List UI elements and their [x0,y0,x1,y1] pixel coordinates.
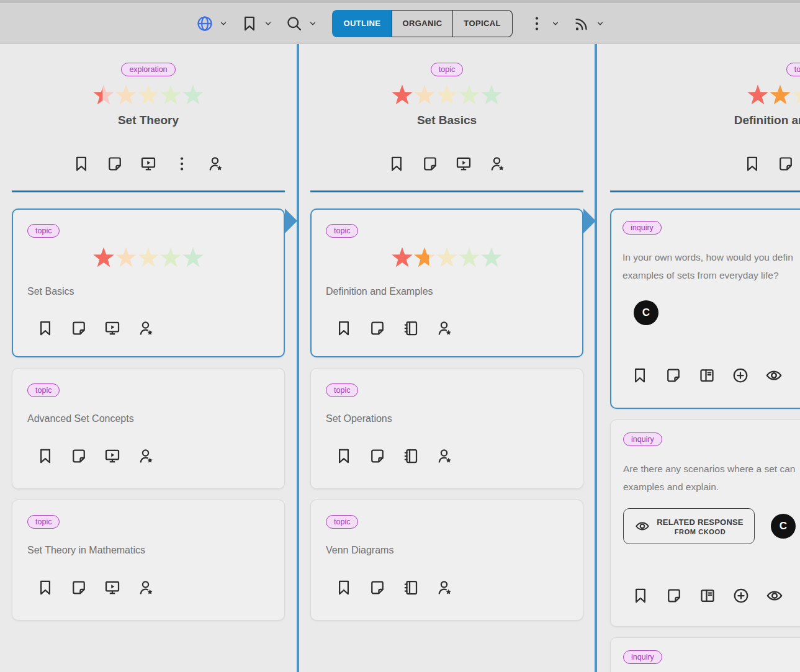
related-response-label: RELATED RESPONSE [657,517,743,527]
presentation-icon[interactable] [103,319,122,338]
inquiry-text-line: examples of sets from everyday life? [622,266,800,284]
person-star-icon[interactable] [206,155,225,173]
column-divider [595,44,597,672]
type-badge: topic [27,224,60,238]
note-icon[interactable] [776,155,795,173]
card-title: Set Basics [27,286,269,297]
header-underline [610,190,800,192]
search-chevron-down-icon[interactable] [308,19,317,28]
tab-outline[interactable]: OUTLINE [332,10,392,37]
column-divider [297,44,299,672]
inquiry-text-line: examples and explain. [623,478,800,496]
eye-icon [634,518,650,534]
card-inquiry-set-scenarios[interactable]: inquiry Are there any scenarios where a … [610,419,800,627]
notebook-icon[interactable] [402,447,420,465]
note-icon[interactable] [664,366,683,385]
reader-icon[interactable] [698,366,716,385]
note-icon[interactable] [368,447,387,465]
globe-chevron-down-icon[interactable] [219,19,228,28]
type-badge: inquiry [622,221,662,235]
bookmark-icon[interactable] [743,155,762,173]
column-header: topic Set Basics [310,63,583,192]
tab-topical[interactable]: TOPICAL [453,10,513,37]
bookmark-icon[interactable] [36,319,55,338]
card-set-operations[interactable]: topic Set Operations [310,368,583,489]
card-title: Venn Diagrams [326,545,568,556]
type-badge: topic [326,383,358,397]
rating-stars [27,246,269,269]
type-badge: topic [431,63,463,76]
card-inquiry-partial[interactable]: inquiry [610,637,800,672]
bookmark-icon[interactable] [36,578,55,597]
bookmark-icon[interactable] [36,447,55,465]
avatar[interactable]: C [634,300,658,325]
presentation-icon[interactable] [454,155,473,173]
bookmark-icon[interactable] [240,14,259,33]
column-set-basics: topic Set Basics topic Definition and Ex… [299,44,595,672]
plus-circle-icon[interactable] [731,366,750,385]
bookmark-icon[interactable] [335,578,353,597]
reader-icon[interactable] [698,586,717,605]
search-icon[interactable] [285,14,303,33]
column-definition-and-examples: topic Definition and Examples inquiry In… [597,44,800,672]
type-badge: exploration [121,63,175,76]
type-badge: topic [326,224,358,238]
card-definition-and-examples[interactable]: topic Definition and Examples [310,208,583,357]
header-underline [12,190,285,192]
column-header: exploration Set Theory [12,63,285,192]
card-title: Set Theory in Mathematics [27,545,269,556]
top-toolbar: OUTLINE ORGANIC TOPICAL [0,0,800,44]
note-icon[interactable] [70,578,88,597]
note-icon[interactable] [421,155,439,173]
bookmark-icon[interactable] [631,366,649,385]
person-star-icon[interactable] [137,319,155,338]
person-star-icon[interactable] [435,319,454,338]
type-badge: topic [786,63,800,76]
kebab-chevron-down-icon[interactable] [551,19,560,28]
bookmark-icon[interactable] [335,447,353,465]
person-star-icon[interactable] [488,155,506,173]
card-advanced-set-concepts[interactable]: topic Advanced Set Concepts [12,368,285,489]
globe-icon[interactable] [196,14,214,33]
bookmark-icon[interactable] [631,586,650,605]
card-inquiry-define-set[interactable]: inquiry In your own words, how would you… [610,208,800,409]
type-badge: topic [27,515,60,529]
eye-icon[interactable] [765,586,784,605]
column-header: topic Definition and Examples [610,63,800,192]
kebab-menu-icon[interactable] [528,14,546,33]
bookmark-icon[interactable] [72,155,91,173]
bookmark-chevron-down-icon[interactable] [264,19,272,28]
note-icon[interactable] [70,447,88,465]
column-title: Set Theory [118,114,179,127]
person-star-icon[interactable] [137,578,155,597]
person-star-icon[interactable] [435,578,454,597]
board: exploration Set Theory topic Set Bas [0,44,800,672]
related-response-button[interactable]: RELATED RESPONSE FROM CKOOD [623,508,755,544]
kebab-menu-icon[interactable] [173,155,191,173]
card-venn-diagrams[interactable]: topic Venn Diagrams [310,500,583,620]
tab-organic[interactable]: ORGANIC [392,10,452,37]
plus-circle-icon[interactable] [732,586,750,605]
person-star-icon[interactable] [137,447,155,465]
bookmark-icon[interactable] [335,319,353,338]
rss-chevron-down-icon[interactable] [596,19,604,28]
avatar[interactable]: C [771,514,796,539]
presentation-icon[interactable] [103,578,122,597]
card-set-basics[interactable]: topic Set Basics [12,208,285,357]
person-star-icon[interactable] [435,447,454,465]
notebook-icon[interactable] [402,578,420,597]
presentation-icon[interactable] [139,155,158,173]
eye-icon[interactable] [765,366,783,385]
note-icon[interactable] [665,586,683,605]
note-icon[interactable] [368,578,387,597]
card-set-theory-in-mathematics[interactable]: topic Set Theory in Mathematics [12,500,285,620]
presentation-icon[interactable] [103,447,122,465]
note-icon[interactable] [368,319,387,338]
bookmark-icon[interactable] [387,155,406,173]
header-underline [310,190,583,192]
note-icon[interactable] [70,319,88,338]
rating-stars [747,84,800,106]
note-icon[interactable] [106,155,124,173]
rss-icon[interactable] [572,14,591,33]
notebook-icon[interactable] [402,319,420,338]
